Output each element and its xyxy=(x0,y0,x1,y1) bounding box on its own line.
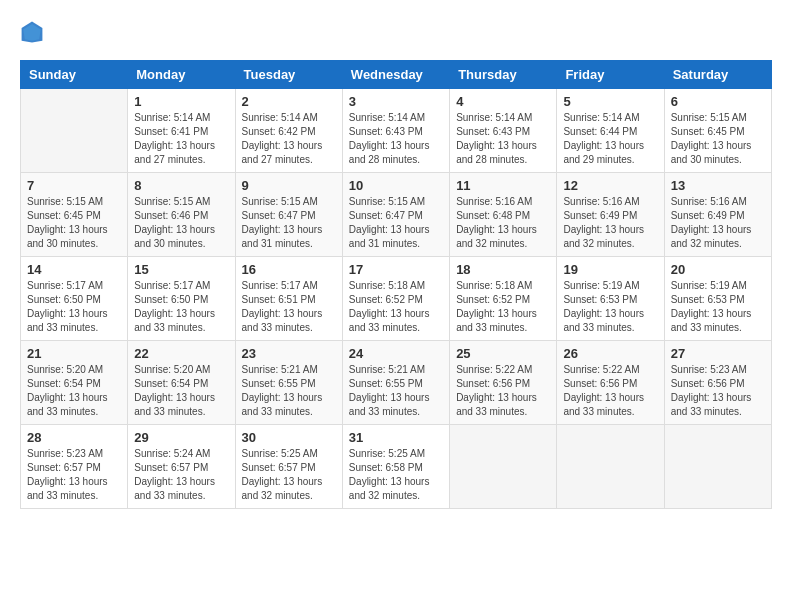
day-number: 15 xyxy=(134,262,228,277)
day-info: Sunrise: 5:20 AMSunset: 6:54 PMDaylight:… xyxy=(27,363,121,419)
day-number: 24 xyxy=(349,346,443,361)
column-header-monday: Monday xyxy=(128,61,235,89)
calendar-cell xyxy=(557,425,664,509)
day-info: Sunrise: 5:23 AMSunset: 6:56 PMDaylight:… xyxy=(671,363,765,419)
calendar-cell: 1Sunrise: 5:14 AMSunset: 6:41 PMDaylight… xyxy=(128,89,235,173)
calendar-cell: 22Sunrise: 5:20 AMSunset: 6:54 PMDayligh… xyxy=(128,341,235,425)
day-number: 27 xyxy=(671,346,765,361)
day-info: Sunrise: 5:21 AMSunset: 6:55 PMDaylight:… xyxy=(349,363,443,419)
calendar-cell xyxy=(450,425,557,509)
day-number: 1 xyxy=(134,94,228,109)
day-info: Sunrise: 5:16 AMSunset: 6:49 PMDaylight:… xyxy=(671,195,765,251)
calendar-cell: 12Sunrise: 5:16 AMSunset: 6:49 PMDayligh… xyxy=(557,173,664,257)
calendar-cell: 11Sunrise: 5:16 AMSunset: 6:48 PMDayligh… xyxy=(450,173,557,257)
calendar-cell: 21Sunrise: 5:20 AMSunset: 6:54 PMDayligh… xyxy=(21,341,128,425)
calendar-week-2: 7Sunrise: 5:15 AMSunset: 6:45 PMDaylight… xyxy=(21,173,772,257)
day-info: Sunrise: 5:22 AMSunset: 6:56 PMDaylight:… xyxy=(456,363,550,419)
column-header-friday: Friday xyxy=(557,61,664,89)
calendar-header-row: SundayMondayTuesdayWednesdayThursdayFrid… xyxy=(21,61,772,89)
calendar-cell xyxy=(21,89,128,173)
day-number: 12 xyxy=(563,178,657,193)
day-number: 18 xyxy=(456,262,550,277)
day-info: Sunrise: 5:14 AMSunset: 6:42 PMDaylight:… xyxy=(242,111,336,167)
day-number: 19 xyxy=(563,262,657,277)
day-info: Sunrise: 5:15 AMSunset: 6:45 PMDaylight:… xyxy=(671,111,765,167)
day-info: Sunrise: 5:25 AMSunset: 6:58 PMDaylight:… xyxy=(349,447,443,503)
calendar-cell: 23Sunrise: 5:21 AMSunset: 6:55 PMDayligh… xyxy=(235,341,342,425)
calendar-week-5: 28Sunrise: 5:23 AMSunset: 6:57 PMDayligh… xyxy=(21,425,772,509)
calendar-week-4: 21Sunrise: 5:20 AMSunset: 6:54 PMDayligh… xyxy=(21,341,772,425)
calendar-cell xyxy=(664,425,771,509)
day-number: 31 xyxy=(349,430,443,445)
column-header-thursday: Thursday xyxy=(450,61,557,89)
day-info: Sunrise: 5:15 AMSunset: 6:45 PMDaylight:… xyxy=(27,195,121,251)
calendar-cell: 29Sunrise: 5:24 AMSunset: 6:57 PMDayligh… xyxy=(128,425,235,509)
day-info: Sunrise: 5:23 AMSunset: 6:57 PMDaylight:… xyxy=(27,447,121,503)
calendar-cell: 16Sunrise: 5:17 AMSunset: 6:51 PMDayligh… xyxy=(235,257,342,341)
day-info: Sunrise: 5:15 AMSunset: 6:46 PMDaylight:… xyxy=(134,195,228,251)
calendar-cell: 7Sunrise: 5:15 AMSunset: 6:45 PMDaylight… xyxy=(21,173,128,257)
day-info: Sunrise: 5:24 AMSunset: 6:57 PMDaylight:… xyxy=(134,447,228,503)
calendar-cell: 18Sunrise: 5:18 AMSunset: 6:52 PMDayligh… xyxy=(450,257,557,341)
day-info: Sunrise: 5:19 AMSunset: 6:53 PMDaylight:… xyxy=(563,279,657,335)
calendar-cell: 24Sunrise: 5:21 AMSunset: 6:55 PMDayligh… xyxy=(342,341,449,425)
day-number: 3 xyxy=(349,94,443,109)
calendar-cell: 26Sunrise: 5:22 AMSunset: 6:56 PMDayligh… xyxy=(557,341,664,425)
calendar-week-1: 1Sunrise: 5:14 AMSunset: 6:41 PMDaylight… xyxy=(21,89,772,173)
day-number: 4 xyxy=(456,94,550,109)
column-header-tuesday: Tuesday xyxy=(235,61,342,89)
calendar-cell: 17Sunrise: 5:18 AMSunset: 6:52 PMDayligh… xyxy=(342,257,449,341)
day-number: 7 xyxy=(27,178,121,193)
calendar-cell: 28Sunrise: 5:23 AMSunset: 6:57 PMDayligh… xyxy=(21,425,128,509)
calendar-cell: 25Sunrise: 5:22 AMSunset: 6:56 PMDayligh… xyxy=(450,341,557,425)
day-info: Sunrise: 5:14 AMSunset: 6:43 PMDaylight:… xyxy=(349,111,443,167)
column-header-sunday: Sunday xyxy=(21,61,128,89)
day-number: 10 xyxy=(349,178,443,193)
day-info: Sunrise: 5:21 AMSunset: 6:55 PMDaylight:… xyxy=(242,363,336,419)
day-number: 26 xyxy=(563,346,657,361)
day-info: Sunrise: 5:17 AMSunset: 6:50 PMDaylight:… xyxy=(27,279,121,335)
day-number: 28 xyxy=(27,430,121,445)
day-info: Sunrise: 5:14 AMSunset: 6:43 PMDaylight:… xyxy=(456,111,550,167)
day-info: Sunrise: 5:16 AMSunset: 6:49 PMDaylight:… xyxy=(563,195,657,251)
logo-icon xyxy=(20,20,44,44)
calendar-cell: 13Sunrise: 5:16 AMSunset: 6:49 PMDayligh… xyxy=(664,173,771,257)
day-number: 16 xyxy=(242,262,336,277)
day-info: Sunrise: 5:17 AMSunset: 6:50 PMDaylight:… xyxy=(134,279,228,335)
calendar-cell: 27Sunrise: 5:23 AMSunset: 6:56 PMDayligh… xyxy=(664,341,771,425)
day-info: Sunrise: 5:15 AMSunset: 6:47 PMDaylight:… xyxy=(349,195,443,251)
calendar-cell: 15Sunrise: 5:17 AMSunset: 6:50 PMDayligh… xyxy=(128,257,235,341)
calendar-cell: 8Sunrise: 5:15 AMSunset: 6:46 PMDaylight… xyxy=(128,173,235,257)
page-header xyxy=(20,20,772,44)
calendar-cell: 31Sunrise: 5:25 AMSunset: 6:58 PMDayligh… xyxy=(342,425,449,509)
day-number: 21 xyxy=(27,346,121,361)
column-header-saturday: Saturday xyxy=(664,61,771,89)
calendar-cell: 14Sunrise: 5:17 AMSunset: 6:50 PMDayligh… xyxy=(21,257,128,341)
day-number: 23 xyxy=(242,346,336,361)
day-info: Sunrise: 5:25 AMSunset: 6:57 PMDaylight:… xyxy=(242,447,336,503)
day-number: 17 xyxy=(349,262,443,277)
day-number: 14 xyxy=(27,262,121,277)
calendar-cell: 5Sunrise: 5:14 AMSunset: 6:44 PMDaylight… xyxy=(557,89,664,173)
day-number: 25 xyxy=(456,346,550,361)
calendar-table: SundayMondayTuesdayWednesdayThursdayFrid… xyxy=(20,60,772,509)
day-number: 13 xyxy=(671,178,765,193)
day-number: 9 xyxy=(242,178,336,193)
calendar-cell: 19Sunrise: 5:19 AMSunset: 6:53 PMDayligh… xyxy=(557,257,664,341)
day-number: 30 xyxy=(242,430,336,445)
calendar-cell: 20Sunrise: 5:19 AMSunset: 6:53 PMDayligh… xyxy=(664,257,771,341)
day-number: 20 xyxy=(671,262,765,277)
day-number: 22 xyxy=(134,346,228,361)
logo xyxy=(20,20,48,44)
day-info: Sunrise: 5:14 AMSunset: 6:44 PMDaylight:… xyxy=(563,111,657,167)
day-info: Sunrise: 5:18 AMSunset: 6:52 PMDaylight:… xyxy=(349,279,443,335)
column-header-wednesday: Wednesday xyxy=(342,61,449,89)
calendar-cell: 4Sunrise: 5:14 AMSunset: 6:43 PMDaylight… xyxy=(450,89,557,173)
day-info: Sunrise: 5:16 AMSunset: 6:48 PMDaylight:… xyxy=(456,195,550,251)
day-info: Sunrise: 5:19 AMSunset: 6:53 PMDaylight:… xyxy=(671,279,765,335)
calendar-cell: 9Sunrise: 5:15 AMSunset: 6:47 PMDaylight… xyxy=(235,173,342,257)
day-number: 8 xyxy=(134,178,228,193)
calendar-cell: 30Sunrise: 5:25 AMSunset: 6:57 PMDayligh… xyxy=(235,425,342,509)
day-number: 6 xyxy=(671,94,765,109)
day-info: Sunrise: 5:15 AMSunset: 6:47 PMDaylight:… xyxy=(242,195,336,251)
